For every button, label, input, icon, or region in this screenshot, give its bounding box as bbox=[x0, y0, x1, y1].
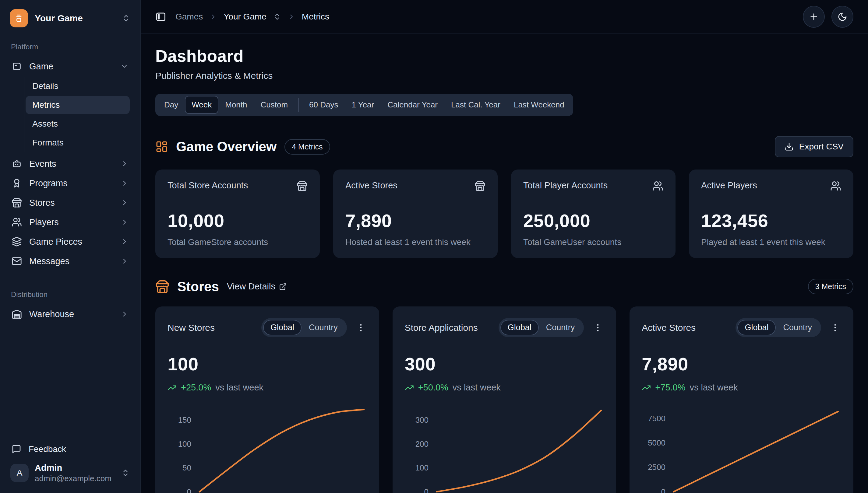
chevrons-up-down-icon[interactable] bbox=[273, 13, 281, 21]
sidebar-item-metrics[interactable]: Metrics bbox=[26, 96, 130, 114]
metrics-count-badge: 4 Metrics bbox=[285, 139, 330, 155]
mail-icon bbox=[12, 256, 22, 266]
sidebar-section-distribution: Distribution bbox=[11, 290, 129, 299]
time-tab-1-year[interactable]: 1 Year bbox=[345, 96, 381, 114]
svg-text:0: 0 bbox=[187, 487, 191, 493]
view-details-label: View Details bbox=[227, 281, 275, 292]
sidebar-item-label: Programs bbox=[29, 178, 68, 188]
overview-card-grid: Total Store Accounts 10,000 Total GameSt… bbox=[155, 170, 853, 258]
sidebar-item-programs[interactable]: Programs bbox=[8, 173, 132, 193]
theme-toggle-button[interactable] bbox=[831, 6, 853, 28]
moon-icon bbox=[838, 12, 847, 22]
download-icon bbox=[785, 142, 794, 151]
chart-value: 300 bbox=[405, 353, 604, 374]
layers-icon bbox=[12, 236, 22, 247]
avatar: A bbox=[11, 464, 29, 482]
chevrons-up-down-icon[interactable] bbox=[122, 14, 130, 23]
sidebar-toggle-icon[interactable] bbox=[155, 11, 166, 22]
scope-country-chip[interactable]: Country bbox=[776, 320, 819, 335]
svg-text:5000: 5000 bbox=[648, 438, 666, 447]
store-icon bbox=[297, 180, 308, 191]
scope-global-chip[interactable]: Global bbox=[500, 320, 539, 335]
more-menu-icon[interactable] bbox=[829, 322, 841, 334]
store-icon bbox=[155, 280, 169, 294]
page-subtitle: Publisher Analytics & Metrics bbox=[155, 71, 853, 81]
chevron-down-icon bbox=[120, 62, 128, 71]
sidebar-item-assets[interactable]: Assets bbox=[26, 115, 130, 133]
svg-text:100: 100 bbox=[415, 463, 428, 472]
time-tab-60-days[interactable]: 60 Days bbox=[303, 96, 345, 114]
award-icon bbox=[12, 178, 22, 188]
users-icon bbox=[653, 180, 663, 191]
stat-title: Active Stores bbox=[345, 180, 397, 191]
feedback-button[interactable]: Feedback bbox=[8, 440, 132, 458]
more-menu-icon[interactable] bbox=[355, 322, 367, 334]
chart-card-store-applications: Store Applications Global Country 300 +5… bbox=[393, 306, 616, 493]
chevron-right-icon bbox=[121, 310, 128, 318]
breadcrumb-metrics: Metrics bbox=[302, 12, 329, 22]
chart-value: 7,890 bbox=[642, 353, 841, 374]
time-tab-custom[interactable]: Custom bbox=[254, 96, 295, 114]
breadcrumb-your-game[interactable]: Your Game bbox=[224, 12, 267, 22]
line-chart: 0250050007500Jan 1Jan 2Jan 3Jan 4Jan 5Ja… bbox=[642, 401, 841, 493]
users-icon bbox=[12, 217, 22, 227]
more-menu-icon[interactable] bbox=[592, 322, 604, 334]
sidebar-item-messages[interactable]: Messages bbox=[8, 251, 132, 271]
view-details-link[interactable]: View Details bbox=[227, 281, 287, 292]
delta-caption: vs last week bbox=[690, 383, 738, 392]
time-tab-month[interactable]: Month bbox=[219, 96, 254, 114]
add-button[interactable] bbox=[803, 6, 825, 28]
scope-global-chip[interactable]: Global bbox=[737, 320, 776, 335]
chevrons-up-down-icon[interactable] bbox=[121, 469, 130, 477]
metrics-count-badge: 3 Metrics bbox=[808, 279, 853, 294]
breadcrumb-games[interactable]: Games bbox=[175, 12, 203, 22]
chevron-right-icon bbox=[288, 13, 295, 20]
stat-value: 250,000 bbox=[523, 210, 663, 231]
sidebar-item-events[interactable]: Events bbox=[8, 154, 132, 173]
chevron-right-icon bbox=[121, 199, 128, 207]
sidebar-item-game-pieces[interactable]: Game Pieces bbox=[8, 232, 132, 251]
stores-section-title: Stores bbox=[177, 279, 219, 294]
sidebar-item-stores[interactable]: Stores bbox=[8, 193, 132, 212]
stat-caption: Hosted at least 1 event this week bbox=[345, 237, 485, 247]
stat-value: 123,456 bbox=[701, 210, 841, 231]
top-bar: Games Your Game Metrics bbox=[141, 0, 868, 34]
sidebar-item-details[interactable]: Details bbox=[26, 77, 130, 95]
time-tab-week[interactable]: Week bbox=[185, 96, 219, 114]
game-subnav: Details Metrics Assets Formats bbox=[24, 77, 130, 152]
workspace-switcher[interactable]: Your Game bbox=[8, 7, 132, 29]
time-tab-day[interactable]: Day bbox=[158, 96, 185, 114]
time-tab-last-cal-year[interactable]: Last Cal. Year bbox=[445, 96, 507, 114]
sidebar-item-formats[interactable]: Formats bbox=[26, 134, 130, 152]
trending-up-icon bbox=[167, 383, 177, 392]
time-tab-last-weekend[interactable]: Last Weekend bbox=[507, 96, 571, 114]
sidebar-item-players[interactable]: Players bbox=[8, 212, 132, 232]
scope-country-chip[interactable]: Country bbox=[302, 320, 345, 335]
content: Dashboard Publisher Analytics & Metrics … bbox=[141, 34, 868, 493]
chevron-right-icon bbox=[121, 179, 128, 187]
scope-global-chip[interactable]: Global bbox=[263, 320, 302, 335]
stat-title: Total Store Accounts bbox=[167, 180, 248, 191]
warehouse-icon bbox=[12, 309, 22, 319]
sidebar-item-label: Stores bbox=[29, 198, 55, 208]
svg-text:7500: 7500 bbox=[648, 414, 666, 423]
external-link-icon bbox=[279, 283, 287, 291]
scope-country-chip[interactable]: Country bbox=[539, 320, 582, 335]
sidebar-item-warehouse[interactable]: Warehouse bbox=[8, 304, 132, 324]
sidebar-item-label: Players bbox=[29, 217, 59, 227]
stat-card-total-store-accounts: Total Store Accounts 10,000 Total GameSt… bbox=[155, 170, 320, 258]
stat-card-total-player-accounts: Total Player Accounts 250,000 Total Game… bbox=[511, 170, 676, 258]
sidebar-item-label: Game Pieces bbox=[29, 237, 82, 247]
user-menu[interactable]: A Admin admin@example.com bbox=[8, 458, 132, 485]
stores-section-header: Stores View Details 3 Metrics bbox=[155, 279, 853, 294]
chart-card-new-stores: New Stores Global Country 100 +25.0% vs … bbox=[155, 306, 379, 493]
stat-value: 7,890 bbox=[345, 210, 485, 231]
sidebar-item-game[interactable]: Game bbox=[8, 57, 132, 76]
svg-text:300: 300 bbox=[415, 415, 428, 425]
time-tab-calendar-year[interactable]: Calendar Year bbox=[381, 96, 445, 114]
export-csv-button[interactable]: Export CSV bbox=[775, 136, 853, 157]
users-icon bbox=[830, 180, 841, 191]
delta-caption: vs last week bbox=[453, 383, 501, 392]
game-icon bbox=[12, 61, 22, 71]
scope-toggle: Global Country bbox=[261, 318, 347, 337]
